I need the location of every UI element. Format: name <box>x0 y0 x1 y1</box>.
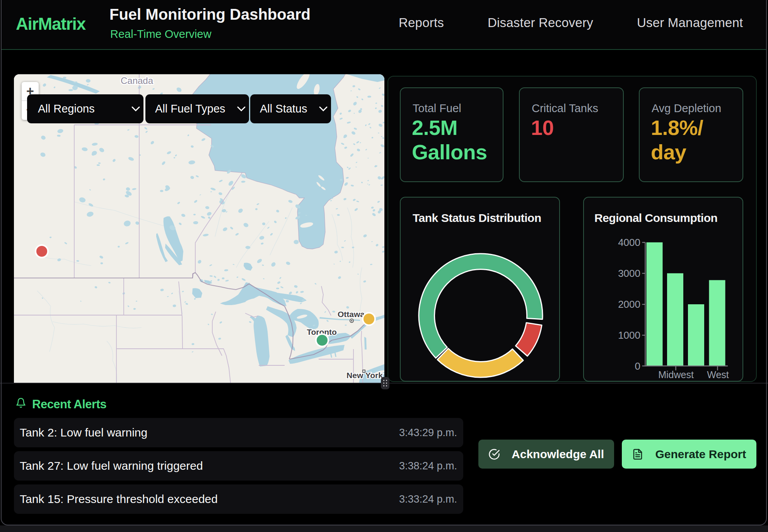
svg-text:West: West <box>707 369 729 380</box>
svg-text:3000: 3000 <box>618 268 640 279</box>
svg-text:2000: 2000 <box>618 298 640 310</box>
svg-text:0: 0 <box>635 360 640 372</box>
svg-text:Ottawa: Ottawa <box>338 310 365 319</box>
svg-text:Canada: Canada <box>121 75 154 86</box>
svg-text:1000: 1000 <box>618 329 640 341</box>
svg-text:4000: 4000 <box>618 237 640 248</box>
svg-text:Midwest: Midwest <box>658 369 694 380</box>
